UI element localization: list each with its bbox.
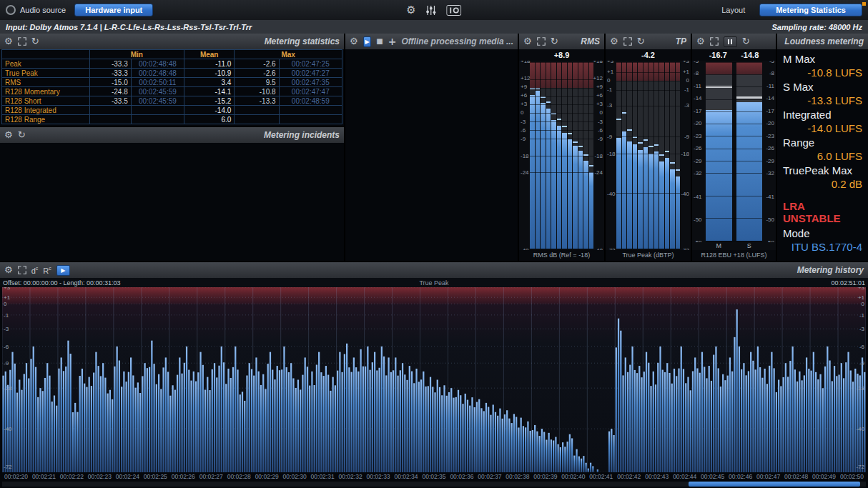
scale-label: -9 [4,361,9,367]
gear-icon[interactable]: ⚙ [4,130,13,140]
scale-label: -14 [694,96,702,101]
scale-label: -18 [856,386,864,392]
history-scrollbar[interactable] [2,482,866,487]
scale-label: -41 [694,194,702,200]
rms-axis-label: RMS dB (Ref = -18) [519,250,604,261]
scale-label: -17 [694,109,702,114]
peak-hold-mark [568,133,573,134]
toolbar-center-icons: ⚙ [406,4,461,16]
layout-button[interactable]: Layout [714,4,752,16]
scale-label: -32 [766,171,774,176]
statistics-cell: 00:02:45:59 [131,96,184,106]
mixer-sliders-icon[interactable] [426,5,437,16]
history-plot[interactable]: +3+3+1+100-1-1-3-3-6-6-9-9-18-18-40-40-7… [2,287,866,472]
history-scrollbar-thumb[interactable] [689,482,859,487]
gear-icon[interactable]: ⚙ [696,36,705,46]
statistics-cell: 00:02:48:48 [131,69,184,78]
incidents-title: Metering incidents [264,130,340,140]
channel-m-label: M [706,242,732,250]
time-tick-label: 00:02:37 [475,473,503,480]
scale-label: -23 [694,134,702,139]
mode-label: Mode [783,227,862,239]
io-routing-icon[interactable] [447,5,462,16]
stats-corner-cell [2,50,90,59]
scale-label: +1 [858,295,864,301]
time-tick-label: 00:02:50 [838,473,866,480]
tp-meter-panel: ⚙ ↻ TP -4.2 +3+3+1+100-1-1-3-3-9-9-18-18… [606,34,691,261]
statistics-cell: RMS [2,78,90,87]
loudness-meter-panel: ⚙ ↻ -16.7 -14.8 -5-5-8-8-11-11-14-14-17-… [692,34,776,261]
hardware-input-button[interactable]: Hardware input [74,4,153,16]
scale-label: -17 [766,109,774,114]
scale-label: +3 [607,61,613,64]
scale-label: -72 [607,248,616,250]
scale-label: -26 [694,146,702,151]
expand-icon[interactable] [18,266,26,274]
reset-icon[interactable]: ↻ [742,36,750,46]
peak-hold-mark [627,129,632,131]
range-label: Range [783,136,862,149]
statistics-title: Metering statistics [265,36,340,46]
add-media-icon[interactable]: + [388,36,397,46]
gear-icon[interactable]: ⚙ [523,36,532,46]
absolute-scale-icon[interactable]: dc [31,266,39,275]
audio-source-label: Audio source [20,6,66,14]
relative-scale-icon[interactable]: Rc [43,266,51,275]
mode-value: ITU BS.1770-4 [783,241,862,253]
scale-label: -26 [766,146,774,151]
expand-icon[interactable] [623,37,632,46]
statistics-cell: 00:02:47:25 [279,59,342,69]
gear-icon[interactable]: ⚙ [4,265,13,275]
scale-label: +18 [521,61,531,64]
metering-history-panel: ⚙ dc Rc ▶ Metering history Offset: 00:00… [0,262,868,488]
statistics-cell: True Peak [2,69,90,78]
scale-label: -18 [681,151,689,157]
statistics-cell: -14.1 [184,87,235,96]
scale-label: -23 [766,134,774,139]
stop-icon[interactable]: ■ [376,36,383,46]
reset-icon[interactable]: ↻ [551,36,558,46]
scale-label: 0 [686,78,689,84]
peak-hold-mark [557,119,562,120]
follow-playhead-button[interactable]: ▶ [56,265,70,276]
reset-icon[interactable]: ↻ [637,36,645,46]
statistics-cell: -15.2 [184,96,235,106]
audio-source-icon[interactable] [6,5,16,15]
scale-label: -3 [598,119,603,125]
time-tick-label: 00:02:46 [726,473,754,480]
scale-label: +9 [521,84,527,90]
scale-label: -18 [594,154,603,159]
time-tick-label: 00:02:35 [420,473,448,480]
scale-label: -72 [4,464,12,470]
pause-button[interactable] [724,36,737,47]
scale-label: -24 [521,170,529,176]
peak-hold-mark [622,112,627,114]
statistics-row: R128 Momentary-24.800:02:45:59-14.1-10.8… [2,87,342,96]
time-tick-label: 00:02:49 [810,473,838,480]
peak-hold-mark [736,96,763,99]
statistics-cell [235,106,279,115]
expand-icon[interactable] [537,37,546,46]
gear-icon[interactable]: ⚙ [4,36,13,46]
channel-s-label: S [736,242,763,250]
reset-icon[interactable]: ↻ [18,130,26,140]
statistics-cell: -15.0 [89,78,131,87]
statistics-cell: R128 Integrated [2,106,90,115]
expand-icon[interactable] [710,37,719,46]
settings-gear-icon[interactable]: ⚙ [406,4,415,16]
statistics-row: R128 Integrated-14.0 [2,106,342,115]
expand-icon[interactable] [18,37,26,46]
scale-label: -1 [859,313,864,319]
gear-icon[interactable]: ⚙ [610,36,618,46]
statistics-cell: -2.6 [235,59,279,69]
statistics-cell: -10.8 [235,87,279,96]
scale-label: -9 [684,134,689,140]
statistics-cell [89,115,131,124]
reset-icon[interactable]: ↻ [31,36,39,46]
gear-icon[interactable]: ⚙ [350,36,358,46]
metering-statistics-button[interactable]: Metering Statistics [759,4,862,16]
play-button[interactable]: ▶ [363,36,372,47]
peak-hold-mark [676,169,681,171]
scale-label: -3 [684,103,689,109]
history-offset-label: Offset: 00:00:00:00 - Length: 00:00:31:0… [3,279,290,287]
